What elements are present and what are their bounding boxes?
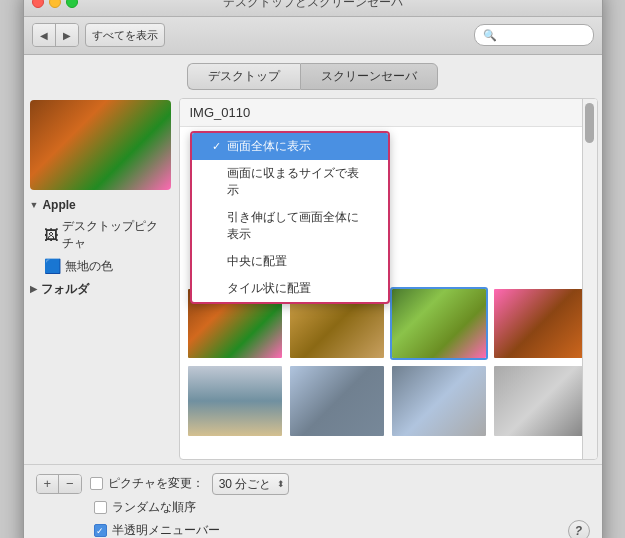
sidebar: ▼ Apple 🖼 デスクトップピクチャ 🟦 無地の色 ▶ フォルダ [28,98,173,460]
scrollbar-thumb[interactable] [585,103,594,143]
apple-section-header[interactable]: ▼ Apple [30,196,171,214]
translucent-menubar-text: 半透明メニューバー [112,522,220,538]
sidebar-item-desktop-pics-label: デスクトップピクチャ [62,218,167,252]
folder-section-label: フォルダ [41,281,89,298]
change-picture-checkbox[interactable] [90,477,103,490]
scrollbar[interactable] [582,99,597,459]
triangle-right-icon: ▶ [30,284,37,294]
footer-row-1: + − ピクチャを変更： 30 分ごと ⬍ [36,473,590,495]
color-icon: 🟦 [44,258,61,274]
dropdown-item-tile-label: タイル状に配置 [227,280,311,297]
add-button[interactable]: + [37,475,60,493]
dropdown-menu: ✓ 画面全体に表示 ✓ 画面に収まるサイズで表示 ✓ 引き伸ばして画面全体に表示… [190,131,390,304]
back-button[interactable]: ◀ [33,24,56,46]
random-order-checkbox[interactable] [94,501,107,514]
preview-image [30,100,171,190]
change-picture-label[interactable]: ピクチャを変更： [90,475,204,492]
sidebar-item-desktop-pics[interactable]: 🖼 デスクトップピクチャ [30,216,171,254]
sidebar-item-solid-color-label: 無地の色 [65,258,113,275]
close-button[interactable] [32,0,44,8]
dropdown-item-stretch-label: 引き伸ばして画面全体に表示 [227,209,368,243]
forward-button[interactable]: ▶ [56,24,78,46]
main-window: デスクトップとスクリーンセーバ ◀ ▶ すべてを表示 🔍 デスクトップ スクリー… [23,0,603,538]
nav-arrows: ◀ ▶ [32,23,79,47]
selected-preview [30,100,171,190]
folder-icon: 🖼 [44,227,58,243]
thumbnail-6[interactable] [288,364,386,438]
translucent-menubar-checkbox[interactable]: ✓ [94,524,107,537]
change-picture-text: ピクチャを変更： [108,475,204,492]
thumbnail-7[interactable] [390,364,488,438]
random-order-text: ランダムな順序 [112,499,196,516]
dropdown-item-stretch[interactable]: ✓ 引き伸ばして画面全体に表示 [192,204,388,248]
triangle-icon: ▼ [30,200,39,210]
traffic-lights [32,0,78,8]
thumbnail-5[interactable] [186,364,284,438]
maximize-button[interactable] [66,0,78,8]
dropdown-item-fit-screen[interactable]: ✓ 画面に収まるサイズで表示 [192,160,388,204]
titlebar: デスクトップとスクリーンセーバ [24,0,602,17]
thumbnail-8[interactable] [492,364,590,438]
check-icon: ✓ [212,140,221,153]
thumbnail-3[interactable] [390,287,488,361]
window-title: デスクトップとスクリーンセーバ [223,0,403,11]
random-order-label[interactable]: ランダムな順序 [94,499,196,516]
dropdown-item-fill-label: 画面全体に表示 [227,138,311,155]
search-icon: 🔍 [483,29,497,42]
sidebar-item-solid-color[interactable]: 🟦 無地の色 [30,256,171,277]
folder-section-header[interactable]: ▶ フォルダ [30,279,171,300]
dropdown-item-fill-screen[interactable]: ✓ 画面全体に表示 [192,133,388,160]
dropdown-item-center[interactable]: ✓ 中央に配置 [192,248,388,275]
search-box[interactable]: 🔍 [474,24,594,46]
help-button[interactable]: ? [568,520,590,539]
dropdown-item-fit-label: 画面に収まるサイズで表示 [227,165,368,199]
dropdown-item-center-label: 中央に配置 [227,253,287,270]
dropdown-item-tile[interactable]: ✓ タイル状に配置 [192,275,388,302]
show-all-button[interactable]: すべてを表示 [85,23,165,47]
minimize-button[interactable] [49,0,61,8]
thumbnail-4[interactable] [492,287,590,361]
tab-desktop[interactable]: デスクトップ [187,63,300,90]
footer-row-3: ✓ 半透明メニューバー ? [36,520,590,539]
add-remove-buttons: + − [36,474,82,494]
main-area: IMG_0110 ✓ 画面全体に表示 ✓ 画面に収まるサイズで表示 ✓ 引き伸ば… [179,98,598,460]
content-area: ▼ Apple 🖼 デスクトップピクチャ 🟦 無地の色 ▶ フォルダ IMG_0… [24,94,602,464]
footer-row-2: ランダムな順序 [36,499,590,516]
apple-section-label: Apple [42,198,75,212]
tab-screensaver[interactable]: スクリーンセーバ [300,63,438,90]
interval-select-wrapper: 30 分ごと ⬍ [212,473,289,495]
toolbar: ◀ ▶ すべてを表示 🔍 [24,17,602,55]
remove-button[interactable]: − [59,475,81,493]
footer: + − ピクチャを変更： 30 分ごと ⬍ ランダムな順序 [24,464,602,539]
selected-image-name: IMG_0110 [180,99,597,127]
interval-select[interactable]: 30 分ごと [212,473,289,495]
translucent-menubar-label[interactable]: ✓ 半透明メニューバー [94,522,220,538]
tabs-area: デスクトップ スクリーンセーバ [24,55,602,94]
